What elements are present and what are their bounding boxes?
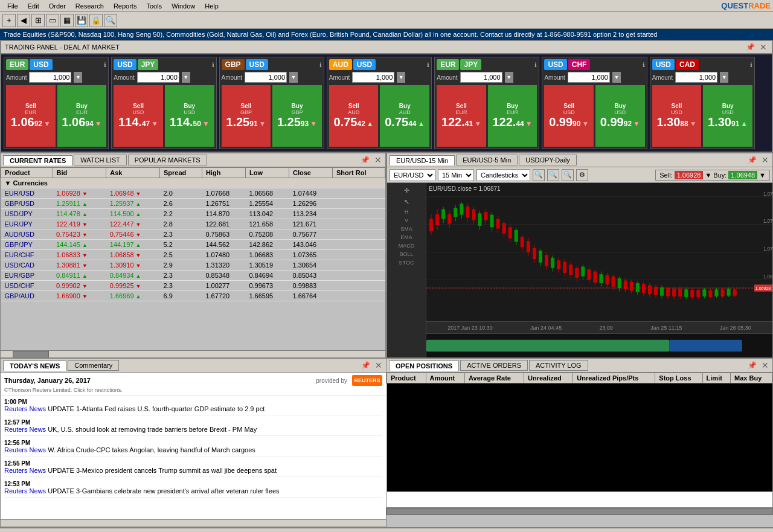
trading-panel-scrollbar[interactable] — [757, 57, 769, 149]
chart-tab-eurusd-15[interactable]: EUR/USD-15 Min — [390, 155, 455, 165]
chart-settings-btn[interactable]: ⚙ — [576, 169, 588, 181]
pair-usdchf-buy-btn[interactable]: Buy USD 0.99 92 ▼ — [595, 85, 645, 147]
pair-usdcad-amount-input[interactable] — [675, 72, 717, 83]
positions-scrollbar[interactable] — [386, 507, 772, 514]
pair-eurusd-amount-input[interactable] — [29, 72, 71, 83]
pair-gbpusd-sell-btn[interactable]: Sell GBP 1.25 91 ▼ — [222, 85, 271, 147]
pair-audusd-amount-spin[interactable]: ▼ — [397, 72, 405, 83]
news-close-btn[interactable]: ✕ — [374, 361, 383, 370]
pair-eurjpy-amount-spin[interactable]: ▼ — [505, 72, 513, 83]
pair-usdcad-sell-btn[interactable]: Sell USD 1.30 88 ▼ — [652, 85, 702, 147]
pair-usdjpy-buy-btn[interactable]: Buy USD 114. 50 ▼ — [165, 85, 214, 147]
chart-timeframe-select[interactable]: 15 Min — [438, 169, 474, 181]
news-headline[interactable]: UPDATE 1-Atlanta Fed raises U.S. fourth-… — [48, 405, 265, 412]
chart-indicator-EMA[interactable]: EMA — [388, 234, 425, 241]
tab-watch-list[interactable]: WATCH LIST — [74, 155, 126, 165]
pair-eurjpy-buy-btn[interactable]: Buy EUR 122. 44 ▼ — [488, 85, 537, 147]
pair-eurusd-sell-btn[interactable]: Sell EUR 1.06 92 ▼ — [6, 85, 56, 147]
pair-usdcad-amount-spin[interactable]: ▼ — [720, 72, 728, 83]
positions-close-btn[interactable]: ✕ — [760, 361, 770, 370]
tab-popular-markets[interactable]: POPULAR MARKETS — [128, 155, 207, 165]
menu-file[interactable]: File — [2, 1, 23, 11]
chart-close-btn[interactable]: ✕ — [760, 155, 770, 165]
chart-tab-usdjpy-daily[interactable]: USD/JPY-Daily — [519, 155, 577, 165]
pair-eurusd-buy-btn[interactable]: Buy EUR 1.06 94 ▼ — [57, 85, 107, 147]
menu-reports[interactable]: Reports — [109, 1, 142, 11]
news-source[interactable]: Reuters News — [4, 446, 46, 453]
toolbar-save-btn[interactable]: 💾 — [75, 14, 88, 27]
toolbar-tile-btn[interactable]: ▦ — [60, 14, 74, 27]
chart-pair-select[interactable]: EUR/USD — [390, 169, 435, 181]
toolbar-search-btn[interactable]: 🔍 — [104, 14, 117, 27]
pair-usdchf-sell-btn[interactable]: Sell USD 0.99 90 ▼ — [544, 85, 594, 147]
pair-usdjpy-amount-spin[interactable]: ▼ — [182, 72, 190, 83]
table-row[interactable]: USD/CHF 0.99902 ▼ 0.99925 ▼ 2.3 1.00277 … — [1, 281, 385, 291]
chart-zoom-in-btn[interactable]: 🔍 — [533, 169, 545, 181]
trading-panel-pin[interactable]: 📌 — [745, 43, 756, 51]
toolbar-lock-btn[interactable]: 🔒 — [89, 14, 103, 27]
rates-pin-btn[interactable]: 📌 — [359, 156, 371, 164]
pair-gbpusd-buy-btn[interactable]: Buy GBP 1.25 93 ▼ — [272, 85, 322, 147]
table-row[interactable]: GBP/USD 1.25911 ▲ 1.25937 ▲ 2.6 1.26751 … — [1, 199, 385, 209]
pair-eurusd-amount-spin[interactable]: ▼ — [74, 72, 82, 83]
menu-window[interactable]: Window — [167, 1, 200, 11]
pair-audusd-info[interactable]: ℹ — [427, 62, 429, 68]
positions-pin-btn[interactable]: 📌 — [746, 361, 758, 370]
pair-eurjpy-info[interactable]: ℹ — [534, 62, 537, 68]
pair-usdjpy-sell-btn[interactable]: Sell USD 114. 47 ▼ — [114, 85, 163, 147]
pair-eurusd-info[interactable]: ℹ — [104, 62, 106, 68]
pair-usdjpy-info[interactable]: ℹ — [212, 62, 214, 68]
pair-eurjpy-sell-btn[interactable]: Sell EUR 122. 41 ▼ — [437, 85, 486, 147]
toolbar-back-btn[interactable]: ◀ — [17, 14, 30, 27]
chart-indicator-MACD[interactable]: MACD — [388, 242, 425, 249]
scroll-thumb[interactable] — [13, 351, 49, 358]
toolbar-grid-btn[interactable]: ⊞ — [31, 14, 45, 27]
news-source[interactable]: Reuters News — [4, 467, 46, 474]
chart-tool-crosshair[interactable]: ✛ — [388, 185, 425, 196]
menu-tools[interactable]: Tools — [141, 1, 167, 11]
trading-panel-close[interactable]: ✕ — [759, 42, 768, 52]
news-headline[interactable]: W. Africa Crude-CPC takes Angolan, leavi… — [48, 446, 255, 453]
pair-audusd-sell-btn[interactable]: Sell AUD 0.75 42 ▲ — [329, 85, 379, 147]
rates-table[interactable]: Product Bid Ask Spread High Low Close Sh… — [1, 167, 385, 350]
news-source[interactable]: Reuters News — [4, 426, 46, 433]
news-headline[interactable]: UK, U.S. should look at removing trade b… — [48, 426, 257, 433]
pair-gbpusd-amount-input[interactable] — [245, 72, 287, 83]
chart-tool-cursor[interactable]: ↖ — [388, 197, 425, 207]
news-headline[interactable]: UPDATE 3-Mexico president cancels Trump … — [48, 467, 277, 474]
tab-activity-log[interactable]: ACTIVITY LOG — [529, 360, 588, 371]
pair-gbpusd-info[interactable]: ℹ — [319, 62, 322, 68]
pair-usdchf-amount-input[interactable] — [568, 72, 610, 83]
chart-indicator-V[interactable]: V — [388, 217, 425, 224]
rates-scrollbar-h[interactable] — [1, 350, 385, 357]
table-row[interactable]: EUR/GBP 0.84911 ▲ 0.84934 ▲ 2.3 0.85348 … — [1, 271, 385, 281]
pair-audusd-buy-btn[interactable]: Buy AUD 0.75 44 ▲ — [380, 85, 429, 147]
toolbar-add-btn[interactable]: + — [2, 14, 16, 27]
chart-zoom-out-btn[interactable]: 🔍 — [547, 169, 559, 181]
menu-edit[interactable]: Edit — [23, 1, 44, 11]
pair-usdchf-amount-spin[interactable]: ▼ — [612, 72, 621, 83]
chart-indicator-SMA[interactable]: SMA — [388, 225, 425, 232]
positions-content[interactable]: Product Amount Average Rate Unrealized U… — [386, 373, 772, 507]
chart-pin-btn[interactable]: 📌 — [746, 156, 758, 164]
tab-active-orders[interactable]: ACTIVE ORDERS — [460, 360, 528, 371]
tab-current-rates[interactable]: CURRENT RATES — [3, 155, 72, 165]
news-pin-btn[interactable]: 📌 — [360, 361, 371, 370]
toolbar-window-btn[interactable]: ▭ — [46, 14, 59, 27]
table-row[interactable]: EUR/CHF 1.06833 ▼ 1.06858 ▼ 2.5 1.07480 … — [1, 250, 385, 260]
pair-usdcad-info[interactable]: ℹ — [750, 62, 752, 68]
table-row[interactable]: EUR/USD 1.06928 ▼ 1.06948 ▼ 2.0 1.07668 … — [1, 188, 385, 199]
pair-audusd-amount-input[interactable] — [352, 72, 394, 83]
pair-usdchf-info[interactable]: ℹ — [643, 62, 645, 68]
news-source[interactable]: Reuters News — [4, 405, 46, 412]
news-scrollbar[interactable] — [1, 519, 386, 527]
table-row[interactable]: GBP/AUD 1.66900 ▼ 1.66969 ▲ 6.9 1.67720 … — [1, 291, 385, 301]
chart-indicator-BOLL[interactable]: BOLL — [388, 251, 425, 258]
rates-close-btn[interactable]: ✕ — [373, 155, 383, 165]
table-row[interactable]: GBP/JPY 144.145 ▲ 144.197 ▲ 5.2 144.562 … — [1, 240, 385, 250]
tab-commentary[interactable]: Commentary — [68, 360, 119, 371]
positions-scroll-thumb[interactable] — [386, 508, 772, 515]
tab-todays-news[interactable]: TODAY'S NEWS — [3, 361, 66, 371]
news-headline[interactable]: UPDATE 3-Gambians celebrate new presiden… — [48, 487, 279, 495]
news-content[interactable]: 1:00 PM Reuters News UPDATE 1-Atlanta Fe… — [1, 396, 386, 519]
